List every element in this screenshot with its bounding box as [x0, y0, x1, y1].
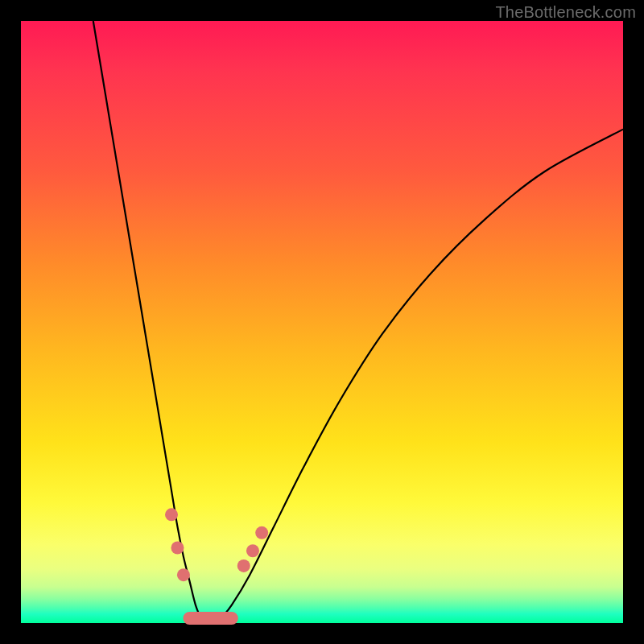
chart-frame: TheBottleneck.com	[0, 0, 644, 644]
marker-group	[165, 508, 268, 625]
curve-marker	[237, 559, 250, 572]
curve-floor-marker	[183, 612, 237, 625]
curve-marker	[171, 542, 184, 555]
curve-marker	[177, 568, 190, 581]
curve-right-branch	[220, 130, 623, 621]
curve-left-branch	[93, 21, 202, 620]
curve-marker	[246, 544, 259, 557]
plot-area	[21, 21, 623, 623]
curve-layer	[21, 21, 623, 623]
curve-marker	[165, 508, 178, 521]
curve-marker	[255, 526, 268, 539]
watermark-text: TheBottleneck.com	[495, 3, 636, 22]
